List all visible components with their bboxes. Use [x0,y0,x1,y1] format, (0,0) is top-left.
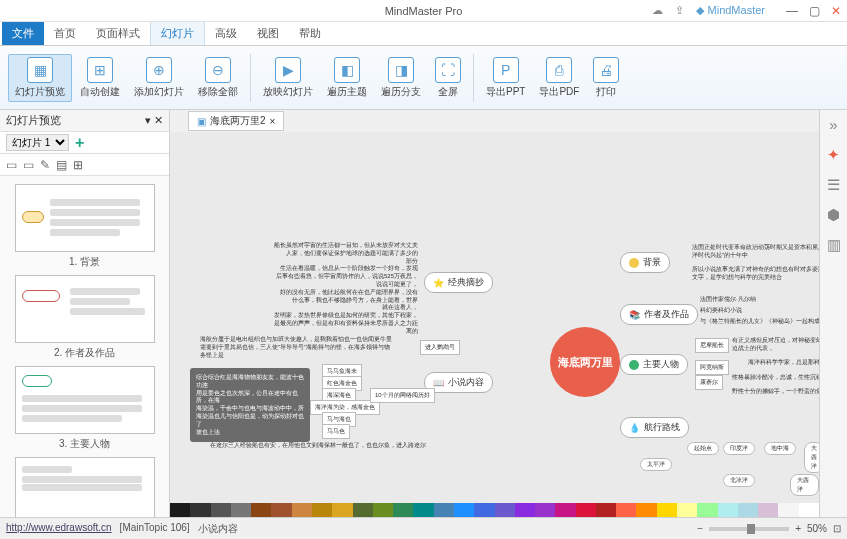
person-kangsai[interactable]: 康赛尔 [695,375,723,390]
ribbon-remove-all[interactable]: ⊖移除全部 [192,55,244,101]
route-atl2[interactable]: 大西洋 [790,474,819,496]
ribbon-add-slide[interactable]: ⊕添加幻灯片 [128,55,190,101]
thumb-2[interactable]: 2. 作者及作品 [8,275,161,360]
color-swatch[interactable] [758,503,778,517]
close-button[interactable]: ✕ [829,4,843,18]
minimize-button[interactable]: — [785,4,799,18]
color-swatch[interactable] [697,503,717,517]
color-swatch[interactable] [799,503,819,517]
zoom-thumb[interactable] [747,524,755,534]
zoom-out-icon[interactable]: − [697,523,703,534]
node-people[interactable]: 主要人物 [620,354,688,375]
menu-file[interactable]: 文件 [2,22,44,45]
color-swatch[interactable] [778,503,798,517]
center-topic[interactable]: 海底两万里 [550,327,620,397]
menu-view[interactable]: 视图 [247,22,289,45]
node-route[interactable]: 💧航行路线 [620,417,689,438]
sea6[interactable]: 马马色 [322,424,350,439]
ribbon-fullscreen[interactable]: ⛶全屏 [429,55,467,101]
tool-4[interactable]: ▤ [56,158,67,172]
fit-icon[interactable]: ⊡ [833,523,841,534]
route-med[interactable]: 地中海 [764,442,796,455]
thumb-1[interactable]: 1. 背景 [8,184,161,269]
color-swatch[interactable] [515,503,535,517]
thumb-3[interactable]: 3. 主要人物 [8,366,161,451]
tool-2[interactable]: ▭ [23,158,34,172]
color-swatch[interactable] [170,503,190,517]
color-swatch[interactable] [657,503,677,517]
doc-tab[interactable]: ▣ 海底两万里2 × [188,111,284,131]
color-swatch[interactable] [211,503,231,517]
color-swatch[interactable] [576,503,596,517]
node-bg[interactable]: 背景 [620,252,670,273]
color-swatch[interactable] [495,503,515,517]
node-excerpt[interactable]: ⭐经典摘抄 [424,272,493,293]
color-swatch[interactable] [738,503,758,517]
menu-slideshow[interactable]: 幻灯片 [150,21,205,45]
color-swatch[interactable] [332,503,352,517]
ribbon-auto-create[interactable]: ⊞自动创建 [74,55,126,101]
color-palette[interactable] [170,503,819,517]
mindmap-canvas[interactable]: 海底两万里 ⭐经典摘抄 📖小说内容 背景 📚作者及作品 主要人物 💧航行路线 法… [170,132,819,503]
thumb-4[interactable] [8,457,161,517]
sidebar-collapse-icon[interactable]: » [825,116,843,134]
route-pacific[interactable]: 太平洋 [640,458,672,471]
ribbon-traverse-branch[interactable]: ◨遍历分支 [375,55,427,101]
color-swatch[interactable] [190,503,210,517]
tool-1[interactable]: ▭ [6,158,17,172]
route-indian[interactable]: 印度洋 [723,442,755,455]
enter-node[interactable]: 进入鹦鹉号 [420,340,460,355]
color-swatch[interactable] [251,503,271,517]
home-icon[interactable]: ⬢ [825,206,843,224]
tool-5[interactable]: ⊞ [73,158,83,172]
maximize-button[interactable]: ▢ [807,4,821,18]
status-url[interactable]: http://www.edrawsoft.cn [6,522,112,536]
color-swatch[interactable] [454,503,474,517]
color-swatch[interactable] [474,503,494,517]
route-atl[interactable]: 大西洋 [804,442,819,473]
color-swatch[interactable] [373,503,393,517]
tool-3[interactable]: ✎ [40,158,50,172]
ribbon-preview[interactable]: ▦幻灯片预览 [8,54,72,102]
brand-link[interactable]: ◆ MindMaster [696,4,765,17]
person-akenas[interactable]: 阿克纳斯 [695,360,729,375]
list-icon[interactable]: ☰ [825,176,843,194]
color-swatch[interactable] [271,503,291,517]
color-swatch[interactable] [636,503,656,517]
color-swatch[interactable] [616,503,636,517]
color-swatch[interactable] [393,503,413,517]
color-swatch[interactable] [353,503,373,517]
cloud-icon[interactable]: ☁ [652,4,663,17]
ribbon-export-ppt[interactable]: P导出PPT [480,55,531,101]
zoom-slider[interactable] [709,527,789,531]
add-slide-plus[interactable]: + [75,134,84,152]
color-swatch[interactable] [292,503,312,517]
center-10mo[interactable]: 10个月的网络阅历好 [370,388,435,403]
share-icon[interactable]: ⇪ [675,4,684,17]
ribbon-export-pdf[interactable]: ⎙导出PDF [533,55,585,101]
color-swatch[interactable] [312,503,332,517]
color-swatch[interactable] [555,503,575,517]
slide-dropdown[interactable]: 幻灯片 1 [6,134,69,151]
ribbon-traverse-topic[interactable]: ◧遍历主题 [321,55,373,101]
ribbon-print[interactable]: 🖨打印 [587,55,625,101]
close-tab-icon[interactable]: × [270,116,276,127]
menu-page-style[interactable]: 页面样式 [86,22,150,45]
color-swatch[interactable] [718,503,738,517]
color-swatch[interactable] [677,503,697,517]
menu-help[interactable]: 帮助 [289,22,331,45]
color-swatch[interactable] [231,503,251,517]
person-nimo[interactable]: 尼摩船长 [695,338,729,353]
color-swatch[interactable] [596,503,616,517]
color-swatch[interactable] [434,503,454,517]
menu-home[interactable]: 首页 [44,22,86,45]
magic-icon[interactable]: ✦ [825,146,843,164]
zoom-in-icon[interactable]: + [795,523,801,534]
ribbon-play[interactable]: ▶放映幻灯片 [257,55,319,101]
menu-advanced[interactable]: 高级 [205,22,247,45]
calendar-icon[interactable]: ▥ [825,236,843,254]
color-swatch[interactable] [413,503,433,517]
node-author[interactable]: 📚作者及作品 [620,304,698,325]
route-arctic[interactable]: 北冰洋 [723,474,755,487]
route-start[interactable]: 起始点 [687,442,719,455]
